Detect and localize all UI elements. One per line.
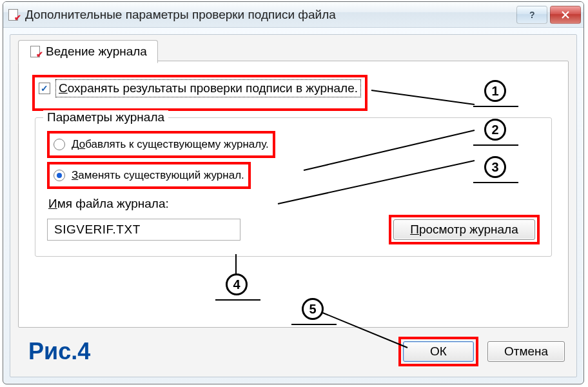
titlebar-buttons: ? — [514, 6, 581, 24]
annotation-box-2: Добавлять к существующему журналу. — [47, 131, 275, 158]
figure-label: Рис.4 — [28, 338, 90, 365]
tab-logging-icon — [29, 45, 42, 58]
tab-strip: Ведение журнала — [10, 35, 576, 63]
save-results-label[interactable]: Сохранять результаты проверки подписи в … — [55, 79, 361, 97]
annotation-box-1: ✓ Сохранять результаты проверки подписи … — [32, 75, 368, 111]
close-button[interactable] — [550, 6, 581, 24]
filename-label: Имя файла журнала: — [48, 197, 540, 211]
tab-logging-label: Ведение журнала — [46, 45, 147, 59]
svg-text:?: ? — [529, 10, 535, 20]
radio-append[interactable] — [54, 139, 65, 150]
ok-button[interactable]: ОК — [403, 341, 474, 362]
annotation-box-3: Заменять существующий журнал. — [47, 162, 251, 189]
tabpanel: ✓ Сохранять результаты проверки подписи … — [18, 61, 569, 328]
view-log-button[interactable]: Просмотр журнала — [393, 219, 535, 240]
log-params-group: Параметры журнала Добавлять к существующ… — [35, 117, 552, 257]
titlebar: Дополнительные параметры проверки подпис… — [3, 2, 583, 28]
dialog-footer: ОК Отмена — [398, 337, 565, 366]
radio-replace-label[interactable]: Заменять существующий журнал. — [72, 169, 244, 182]
radio-replace[interactable] — [54, 170, 65, 181]
save-results-checkbox[interactable]: ✓ — [39, 83, 50, 94]
dialog-window: Дополнительные параметры проверки подпис… — [3, 1, 584, 384]
window-title: Дополнительные параметры проверки подпис… — [25, 8, 514, 22]
cancel-button[interactable]: Отмена — [487, 341, 565, 362]
help-button[interactable]: ? — [516, 6, 547, 24]
app-icon — [7, 8, 20, 21]
annotation-box-view: Просмотр журнала — [389, 215, 540, 244]
group-legend: Параметры журнала — [43, 110, 168, 124]
client-area: Ведение журнала ✓ Сохранять результаты п… — [10, 34, 577, 377]
tab-logging[interactable]: Ведение журнала — [18, 40, 158, 63]
radio-append-label[interactable]: Добавлять к существующему журналу. — [72, 138, 269, 151]
annotation-box-ok: ОК — [398, 337, 478, 366]
filename-input[interactable]: SIGVERIF.TXT — [47, 219, 240, 241]
